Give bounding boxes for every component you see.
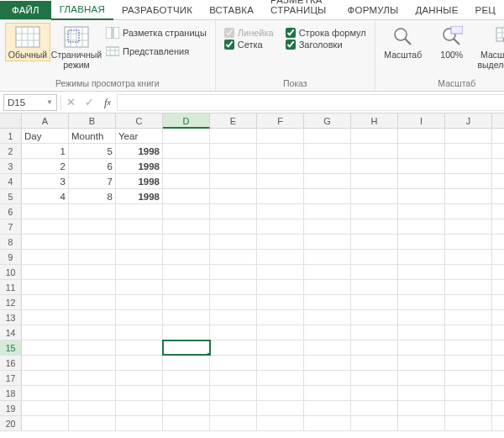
cell[interactable] xyxy=(445,310,492,325)
cell[interactable] xyxy=(116,356,163,370)
cell[interactable] xyxy=(22,204,69,219)
cell[interactable]: 3 xyxy=(22,174,69,188)
cell[interactable] xyxy=(116,280,163,294)
cell[interactable] xyxy=(257,235,304,249)
cell[interactable] xyxy=(398,265,445,279)
cell[interactable]: 4 xyxy=(22,189,69,203)
cell[interactable] xyxy=(163,189,210,203)
cell[interactable] xyxy=(210,144,257,158)
cell[interactable] xyxy=(210,235,257,249)
col-header-G[interactable]: G xyxy=(304,113,351,128)
cell[interactable] xyxy=(22,265,69,279)
col-header-J[interactable]: J xyxy=(445,113,492,128)
row-header[interactable]: 12 xyxy=(0,295,22,309)
cell[interactable] xyxy=(69,416,116,430)
cell[interactable] xyxy=(304,129,351,143)
cell[interactable]: Day xyxy=(22,129,69,143)
cell[interactable] xyxy=(445,204,492,219)
check-ruler[interactable]: Линейка xyxy=(224,28,274,38)
row-header[interactable]: 2 xyxy=(0,144,22,158)
row-header[interactable]: 4 xyxy=(0,174,22,188)
cell[interactable] xyxy=(398,386,445,400)
cell[interactable] xyxy=(398,310,445,325)
row-header[interactable]: 9 xyxy=(0,250,22,264)
cell[interactable] xyxy=(22,310,69,325)
cell[interactable] xyxy=(304,401,351,415)
zoom-button[interactable]: Масштаб xyxy=(381,23,426,61)
view-pagebreak-button[interactable]: Страничный режим xyxy=(54,23,99,71)
cell[interactable] xyxy=(210,250,257,264)
cell[interactable] xyxy=(163,159,210,173)
cell[interactable] xyxy=(210,129,257,143)
cell[interactable] xyxy=(257,310,304,325)
cell[interactable] xyxy=(116,401,163,415)
cell[interactable] xyxy=(445,159,492,173)
cell[interactable] xyxy=(22,250,69,264)
cell[interactable] xyxy=(304,325,351,340)
cell[interactable] xyxy=(210,340,257,355)
cell[interactable] xyxy=(210,310,257,325)
cell[interactable] xyxy=(398,325,445,340)
cell[interactable] xyxy=(445,340,492,355)
cell[interactable] xyxy=(257,250,304,264)
cell[interactable] xyxy=(351,401,398,415)
tab-developer[interactable]: Разработчик xyxy=(113,2,201,19)
cell[interactable] xyxy=(398,295,445,309)
cell[interactable] xyxy=(22,386,69,400)
cell[interactable]: 1998 xyxy=(116,159,163,173)
formula-input[interactable] xyxy=(117,94,504,111)
cell[interactable] xyxy=(69,219,116,234)
cell[interactable] xyxy=(398,219,445,234)
tab-file[interactable]: ФАЙЛ xyxy=(0,1,51,19)
col-header-F[interactable]: F xyxy=(257,113,304,128)
cell[interactable] xyxy=(398,250,445,264)
cell[interactable] xyxy=(398,159,445,173)
cell[interactable] xyxy=(398,129,445,143)
cell[interactable] xyxy=(69,295,116,309)
cell[interactable] xyxy=(351,174,398,188)
cell[interactable] xyxy=(163,280,210,294)
cell[interactable] xyxy=(351,250,398,264)
cell[interactable] xyxy=(163,250,210,264)
insert-function-button[interactable]: fx xyxy=(98,94,117,111)
cell[interactable] xyxy=(445,280,492,294)
cell[interactable] xyxy=(304,386,351,400)
cell[interactable] xyxy=(351,189,398,203)
cell[interactable] xyxy=(257,219,304,234)
select-all-corner[interactable] xyxy=(0,113,22,128)
cell[interactable] xyxy=(163,265,210,279)
row-header[interactable]: 14 xyxy=(0,325,22,340)
row-header[interactable]: 13 xyxy=(0,310,22,325)
row-header[interactable]: 16 xyxy=(0,356,22,370)
row-header[interactable]: 17 xyxy=(0,371,22,385)
tab-home[interactable]: ГЛАВНАЯ xyxy=(51,1,113,20)
row-header[interactable]: 8 xyxy=(0,235,22,249)
cell[interactable] xyxy=(445,386,492,400)
cell[interactable] xyxy=(398,144,445,158)
cell[interactable] xyxy=(445,401,492,415)
cell[interactable] xyxy=(257,174,304,188)
cell[interactable] xyxy=(445,371,492,385)
cell[interactable] xyxy=(304,280,351,294)
cell[interactable] xyxy=(22,340,69,355)
cell[interactable] xyxy=(304,144,351,158)
cell[interactable] xyxy=(163,174,210,188)
cell[interactable] xyxy=(116,386,163,400)
cell[interactable] xyxy=(163,310,210,325)
cell[interactable] xyxy=(257,356,304,370)
cell[interactable] xyxy=(304,159,351,173)
cell[interactable] xyxy=(398,416,445,430)
cell[interactable] xyxy=(304,310,351,325)
cell[interactable] xyxy=(163,295,210,309)
cell[interactable] xyxy=(163,219,210,234)
cell[interactable] xyxy=(304,219,351,234)
cell[interactable] xyxy=(398,189,445,203)
cell[interactable] xyxy=(22,401,69,415)
cell[interactable] xyxy=(398,356,445,370)
cell[interactable] xyxy=(398,401,445,415)
cell[interactable] xyxy=(116,250,163,264)
zoom-100-button[interactable]: 100% xyxy=(429,23,475,61)
cell[interactable] xyxy=(163,204,210,219)
cell[interactable] xyxy=(116,340,163,355)
cell[interactable] xyxy=(69,340,116,355)
